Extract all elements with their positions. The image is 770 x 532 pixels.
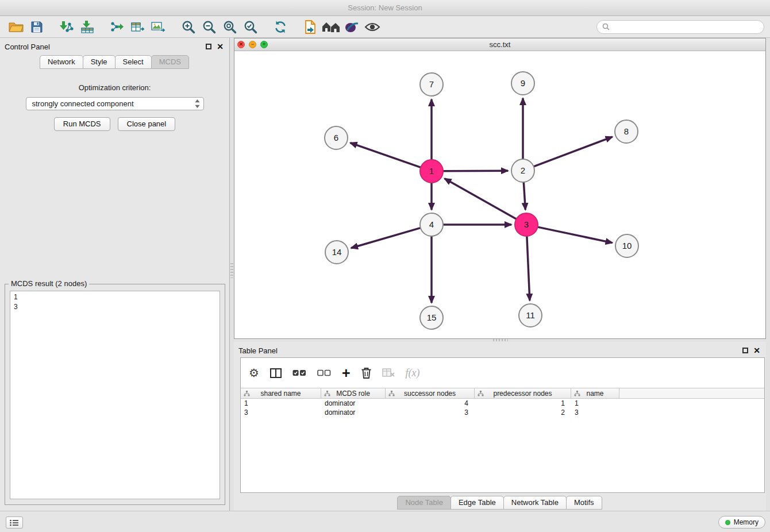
table-cell: 1 [571,399,619,408]
tab-network[interactable]: Network [40,55,83,69]
edge-3-11[interactable] [527,236,530,300]
control-panel-tabs: NetworkStyleSelectMCDS [0,55,229,69]
export-network-icon [110,21,124,33]
zoom-window-icon[interactable]: + [260,41,268,48]
control-panel-header: Control Panel ✕ [0,38,229,55]
status-bar: Memory [0,511,770,532]
tab-select[interactable]: Select [115,55,152,69]
float-table-panel-icon[interactable] [742,348,748,353]
node-label-14: 14 [332,247,342,257]
show-columns-button[interactable] [270,368,282,378]
float-panel-icon[interactable] [206,44,211,49]
splitter-handle-vertical[interactable] [230,263,233,278]
zoom-in-button[interactable] [178,18,199,36]
eye-icon [364,22,380,32]
tab-motifs[interactable]: Motifs [566,496,602,510]
columns-icon [270,368,282,378]
zoom-selected-icon [244,20,257,34]
deselect-all-icon [317,369,331,377]
minimize-window-icon[interactable]: − [249,41,256,48]
table-cell: dominator [321,408,386,417]
tab-mcds[interactable]: MCDS [151,55,189,69]
table-cell: 1 [241,399,321,408]
edge-4-14[interactable] [351,228,421,248]
table-header-row: shared nameMCDS rolesuccessor nodesprede… [241,388,764,399]
edge-1-6[interactable] [351,143,421,168]
save-icon [31,21,43,33]
table-settings-button[interactable]: ⚙ [249,367,259,379]
close-table-panel-icon[interactable]: ✕ [753,348,760,353]
edge-2-3[interactable] [523,182,525,210]
import-network-button[interactable] [56,18,77,36]
tab-node-table[interactable]: Node Table [397,496,451,510]
dropdown-selected-value: strongly connected component [32,99,134,108]
export-network-button[interactable] [107,18,128,36]
edge-3-1[interactable] [445,179,517,219]
refresh-icon [274,20,287,34]
delete-column-button[interactable] [361,367,371,379]
node-label-11: 11 [526,310,535,320]
select-all-columns-button[interactable] [292,369,306,377]
edge-1-2[interactable] [443,171,508,171]
home-icon [322,21,340,33]
refresh-button[interactable] [270,18,291,36]
mcds-result-list[interactable]: 13 [10,291,220,499]
column-header-name[interactable]: name [571,388,619,399]
save-session-button[interactable] [26,18,47,36]
zoom-selected-button[interactable] [240,18,261,36]
style-brush-icon [345,21,359,33]
search-box[interactable] [596,20,764,34]
search-input[interactable] [613,23,759,31]
table-row[interactable]: 1dominator411 [241,399,764,408]
node-label-8: 8 [624,126,629,136]
close-window-icon[interactable]: ✕ [237,41,245,48]
edge-2-8[interactable] [534,137,613,167]
tab-style[interactable]: Style [83,55,116,69]
column-header-predecessor-nodes[interactable]: predecessor nodes [475,388,571,399]
window-title-bar: Session: New Session [0,0,770,16]
export-image-button[interactable] [148,18,169,36]
table-panel: Table Panel ✕ ⚙ [234,342,766,511]
column-header-mcds-role[interactable]: MCDS role [321,388,386,399]
edge-3-10[interactable] [538,227,613,242]
column-header-shared-name[interactable]: shared name [241,388,321,399]
close-panel-button[interactable]: Close panel [118,117,176,131]
add-column-button[interactable]: + [342,367,351,379]
node-label-6: 6 [334,133,338,142]
deselect-all-columns-button[interactable] [317,369,331,377]
optimization-criterion-dropdown[interactable]: strongly connected component [26,97,204,110]
network-canvas[interactable]: 7968124314101511 [234,51,765,339]
zoom-fit-icon [223,20,237,34]
zoom-out-button[interactable] [199,18,220,36]
task-history-button[interactable] [6,516,23,529]
show-hide-button[interactable] [362,18,383,36]
table-row[interactable]: 3dominator323 [241,408,764,417]
open-session-button[interactable] [6,18,26,36]
page-share-button[interactable] [300,18,321,36]
style-button[interactable] [341,18,362,36]
home-button[interactable] [321,18,341,36]
zoom-fit-button[interactable] [220,18,240,36]
trash-icon [361,367,371,379]
tab-network-table[interactable]: Network Table [503,496,567,510]
node-label-3: 3 [524,219,529,229]
table-body: 1dominator4113dominator323 [241,399,764,417]
function-builder-button[interactable]: f(x) [406,367,420,379]
column-header-successor-nodes[interactable]: successor nodes [386,388,475,399]
splitter-handle-horizontal[interactable] [493,339,508,341]
export-table-button[interactable] [128,18,148,36]
node-label-4: 4 [429,219,434,229]
chevron-up-down-icon [195,99,200,108]
memory-button[interactable]: Memory [718,516,765,529]
table-cell: 2 [475,408,571,417]
close-panel-icon[interactable]: ✕ [217,44,224,49]
node-label-9: 9 [521,78,525,88]
table-tabs: Node TableEdge TableNetwork TableMotifs [234,496,766,510]
node-table: ⚙ + [240,357,765,493]
tab-edge-table[interactable]: Edge Table [451,496,504,510]
run-mcds-button[interactable]: Run MCDS [54,117,110,131]
delete-table-button[interactable] [382,368,395,377]
import-table-button[interactable] [77,18,98,36]
column-header-filler [619,388,764,399]
mcds-buttons-row: Run MCDS Close panel [0,117,229,131]
